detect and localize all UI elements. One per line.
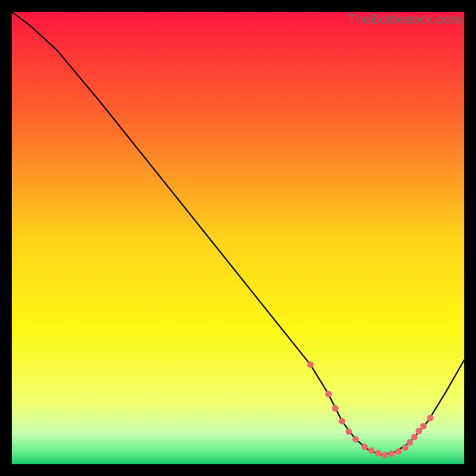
- highlight-point: [389, 450, 395, 457]
- gradient-background: [12, 12, 464, 464]
- chart-frame: TheBottleneck.com: [12, 12, 464, 464]
- highlight-point: [346, 428, 352, 435]
- chart-svg: [12, 12, 464, 464]
- highlight-point: [361, 444, 368, 450]
- plot-area: TheBottleneck.com: [12, 12, 464, 464]
- highlight-point: [307, 361, 314, 368]
- highlight-point: [332, 405, 339, 412]
- highlight-point: [395, 448, 402, 455]
- highlight-point: [420, 423, 427, 430]
- highlight-point: [411, 434, 418, 440]
- highlight-point: [402, 444, 409, 451]
- highlight-point: [375, 450, 381, 456]
- highlight-point: [382, 452, 389, 458]
- highlight-point: [352, 436, 359, 443]
- highlight-point: [368, 447, 375, 454]
- highlight-point: [406, 439, 413, 446]
- highlight-point: [427, 415, 434, 421]
- highlight-point: [339, 418, 345, 424]
- highlight-point: [325, 391, 332, 397]
- highlight-point: [416, 428, 422, 434]
